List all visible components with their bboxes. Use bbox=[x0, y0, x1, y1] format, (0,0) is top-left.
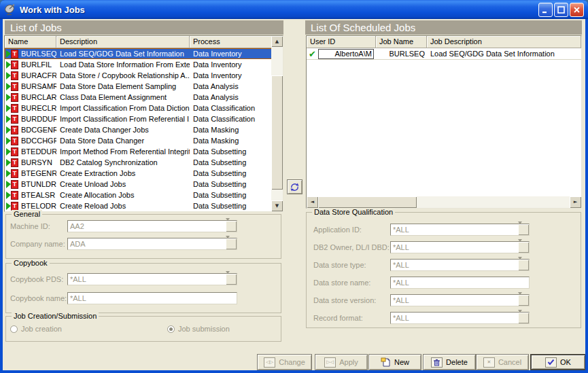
run-task-icon: T bbox=[6, 180, 20, 189]
column-header-name[interactable]: Name bbox=[5, 36, 56, 48]
data-store-name-label: Data store name: bbox=[313, 279, 370, 287]
job-name-cell: TBURLSEQ bbox=[5, 50, 56, 58]
green-arrow-icon bbox=[6, 148, 11, 156]
job-row[interactable]: TBURDDURImport Classification From Refer… bbox=[5, 113, 283, 124]
job-row[interactable]: TBTEDDURImport Method From Referential I… bbox=[5, 146, 283, 157]
scroll-right-icon[interactable]: ► bbox=[570, 196, 581, 208]
data-store-type-value: *ALL bbox=[391, 260, 517, 270]
data-store-type-combo[interactable]: *ALL bbox=[390, 259, 530, 271]
horizontal-scroll-thumb[interactable] bbox=[318, 196, 417, 208]
ok-button[interactable]: OK bbox=[530, 354, 585, 370]
column-header-description[interactable]: Description bbox=[56, 36, 190, 48]
chevron-down-icon[interactable] bbox=[226, 274, 237, 285]
jobs-vertical-scrollbar[interactable]: ▲ ▼ bbox=[271, 36, 283, 211]
change-button[interactable]: ◁▷ Change bbox=[257, 354, 312, 370]
job-row[interactable]: TBURLSEQLoad SEQ/GDG Data Set Informatio… bbox=[5, 48, 283, 59]
maximize-button[interactable] bbox=[554, 3, 568, 17]
copybook-name-input[interactable]: *ALL bbox=[67, 292, 237, 304]
scroll-left-icon[interactable]: ◄ bbox=[307, 196, 318, 208]
delete-button[interactable]: Delete bbox=[423, 354, 476, 370]
task-t-icon: T bbox=[11, 82, 18, 91]
scroll-down-icon[interactable]: ▼ bbox=[271, 200, 283, 211]
job-row[interactable]: TBDCGENRCreate Data Changer JobsData Mas… bbox=[5, 124, 283, 135]
job-row[interactable]: TBURSAMRData Store Data Element Sampling… bbox=[5, 81, 283, 92]
job-name-cell: TBURECLR bbox=[5, 104, 56, 113]
task-t-icon: T bbox=[11, 115, 18, 124]
job-process-cell: Data Analysis bbox=[190, 93, 283, 101]
job-creation-radio[interactable]: Job creation bbox=[10, 325, 62, 333]
company-name-combo[interactable]: ADA bbox=[67, 238, 237, 250]
task-t-icon: T bbox=[11, 137, 18, 145]
new-button[interactable]: New bbox=[368, 354, 421, 370]
job-submission-radio[interactable]: Job submission bbox=[167, 325, 230, 333]
chevron-down-icon[interactable] bbox=[518, 295, 529, 306]
scheduled-user-box[interactable]: AlbertoA\M bbox=[318, 49, 374, 59]
chevron-down-icon[interactable] bbox=[518, 224, 529, 235]
work-with-jobs-window: Work with Jobs List of Jobs List Of Sche… bbox=[0, 0, 588, 373]
job-row[interactable]: TBURCLARClass Data Element AssignmentDat… bbox=[5, 92, 283, 103]
jobs-table-header: Name Description Process bbox=[5, 36, 283, 48]
task-t-icon: T bbox=[11, 50, 18, 58]
scheduled-horizontal-scrollbar[interactable]: ◄ ► bbox=[307, 196, 581, 208]
column-header-process[interactable]: Process bbox=[190, 36, 283, 48]
chevron-down-icon[interactable] bbox=[518, 313, 529, 323]
job-process-cell: Data Subsetting bbox=[190, 202, 283, 210]
application-id-label: Application ID: bbox=[313, 226, 362, 234]
job-row[interactable]: TBURLFILLoad Data Store Information From… bbox=[5, 59, 283, 70]
vertical-scroll-thumb[interactable] bbox=[271, 75, 283, 190]
job-description-cell: Create Extraction Jobs bbox=[56, 169, 190, 177]
green-arrow-icon bbox=[6, 83, 11, 90]
job-name-cell: TBURSYN bbox=[5, 158, 56, 167]
chevron-down-icon[interactable] bbox=[518, 260, 529, 270]
new-document-icon bbox=[381, 357, 391, 367]
job-row[interactable]: TBURACFRData Store / Copybook Relationsh… bbox=[5, 70, 283, 81]
green-arrow-icon bbox=[6, 181, 11, 188]
column-header-job-description[interactable]: Job Description bbox=[427, 36, 581, 48]
data-store-name-input[interactable]: *ALL bbox=[390, 277, 530, 289]
schedule-transfer-button[interactable] bbox=[287, 179, 302, 194]
job-description-cell: Data Store / Copybook Relationship A... bbox=[56, 71, 190, 79]
company-name-label: Company name: bbox=[10, 240, 65, 248]
scheduled-job-row[interactable]: ✔AlbertoA\MBURLSEQLoad SEQ/GDG Data Set … bbox=[307, 48, 581, 60]
task-t-icon: T bbox=[11, 104, 18, 113]
job-row[interactable]: TBTUNLDRCreate Unload JobsData Subsettin… bbox=[5, 179, 283, 190]
ok-check-icon bbox=[545, 357, 557, 368]
chevron-down-icon[interactable] bbox=[518, 242, 529, 253]
copybook-name-label: Copybook name: bbox=[10, 294, 67, 302]
job-row[interactable]: TBTELODRCreate Reload JobsData Subsettin… bbox=[5, 200, 283, 211]
record-format-combo[interactable]: *ALL bbox=[390, 312, 530, 324]
db2-owner-combo[interactable]: *ALL bbox=[390, 241, 530, 253]
copybook-pds-combo[interactable]: *ALL bbox=[67, 273, 237, 285]
job-row[interactable]: TBTEALSRCreate Allocation JobsData Subse… bbox=[5, 190, 283, 200]
chevron-down-icon[interactable] bbox=[226, 221, 237, 232]
green-arrow-icon bbox=[6, 116, 11, 123]
job-description-cell: Import Classification From Referential I… bbox=[56, 115, 190, 123]
task-t-icon: T bbox=[11, 60, 18, 69]
scheduled-description-cell: Load SEQ/GDG Data Set Information bbox=[427, 50, 581, 58]
job-name-cell: TBDCCHGR bbox=[5, 137, 56, 145]
machine-id-combo[interactable]: AA2 bbox=[67, 220, 237, 232]
job-process-cell: Data Inventory bbox=[190, 60, 283, 69]
scheduled-table-body: ✔AlbertoA\MBURLSEQLoad SEQ/GDG Data Set … bbox=[307, 48, 581, 60]
minimize-button[interactable] bbox=[538, 3, 553, 17]
task-t-icon: T bbox=[11, 169, 18, 178]
job-row[interactable]: TBDCCHGRData Store Data ChangerData Mask… bbox=[5, 135, 283, 146]
chevron-down-icon[interactable] bbox=[226, 238, 237, 249]
radio-icon bbox=[10, 325, 18, 333]
run-task-icon: T bbox=[6, 158, 20, 167]
apply-button[interactable]: ▷◁ Apply bbox=[315, 354, 368, 370]
cancel-button[interactable]: ✕ Cancel bbox=[476, 354, 529, 370]
scroll-up-icon[interactable]: ▲ bbox=[271, 36, 283, 47]
job-description-cell: Class Data Element Assignment bbox=[56, 93, 190, 101]
close-button[interactable] bbox=[570, 3, 584, 17]
data-store-version-combo[interactable]: *ALL bbox=[390, 294, 530, 306]
application-id-combo[interactable]: *ALL bbox=[390, 224, 530, 236]
job-row[interactable]: TBURSYNDB2 Catalog SynchronizationData S… bbox=[5, 157, 283, 168]
job-row[interactable]: TBURECLRImport Classification From Data … bbox=[5, 103, 283, 113]
job-row[interactable]: TBTEGENRCreate Extraction JobsData Subse… bbox=[5, 168, 283, 179]
green-arrow-icon bbox=[6, 137, 11, 145]
task-t-icon: T bbox=[11, 147, 18, 156]
column-header-user-id[interactable]: User ID bbox=[307, 36, 376, 48]
column-header-job-name[interactable]: Job Name bbox=[376, 36, 427, 48]
green-arrow-icon bbox=[6, 202, 11, 210]
